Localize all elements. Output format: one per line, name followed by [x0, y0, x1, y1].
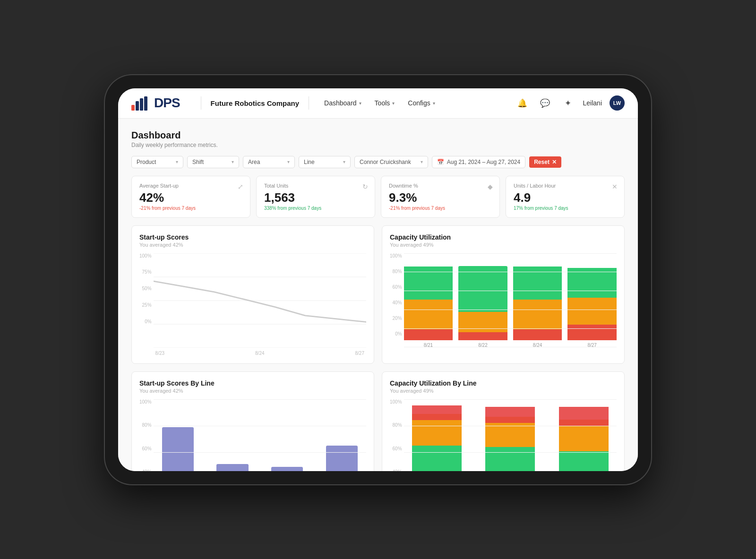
reset-button[interactable]: Reset ✕: [529, 156, 561, 168]
kpi-row: Average Start-up 42% -21% from previous …: [131, 176, 625, 218]
person-filter[interactable]: Connor Cruickshank ▾: [354, 156, 428, 168]
kpi-value: 9.3%: [389, 191, 492, 204]
bar: [271, 467, 303, 471]
bar-group: L1: [404, 401, 470, 471]
product-chevron-icon: ▾: [176, 159, 178, 164]
kpi-label: Total Units: [264, 183, 367, 189]
bar: [326, 446, 358, 471]
page-title: Dashboard: [131, 130, 625, 141]
x-label: 8/27: [355, 351, 364, 356]
bell-icon[interactable]: 🔔: [515, 95, 530, 111]
close-icon: ✕: [612, 183, 618, 190]
y-axis: 100% 80% 60% 40%: [390, 399, 404, 471]
chart-title: Capacity Utilization: [390, 233, 617, 241]
bar-group: L3: [263, 467, 312, 471]
startup-by-line-chart: Start-up Scores By Line You averaged 42%…: [131, 371, 374, 471]
expand-icon: ⤢: [238, 183, 243, 190]
capacity-utilization-chart: Capacity Utilization You averaged 49% 10…: [382, 225, 625, 364]
kpi-units-labor: Units / Labor Hour 4.9 17% from previous…: [506, 176, 625, 218]
calendar-icon: 📅: [437, 159, 444, 165]
bar-group: 8/24: [513, 265, 562, 348]
chat-icon[interactable]: 💬: [538, 95, 553, 111]
close-icon: ✕: [552, 159, 557, 165]
refresh-icon: ↻: [362, 183, 368, 190]
charts-row-1: Start-up Scores You averaged 42% 100% 75…: [131, 225, 625, 364]
date-range-filter[interactable]: 📅 Aug 21, 2024 – Aug 27, 2024: [432, 156, 525, 168]
nav-divider-2: [309, 96, 309, 110]
filters-row: Product ▾ Shift ▾ Area ▾ Line ▾ Connor C…: [131, 156, 625, 168]
navbar: DPS Future Robotics Company Dashboard ▾ …: [118, 88, 638, 119]
bar-group: 8/27: [567, 260, 617, 348]
nav-menu: Dashboard ▾ Tools ▾ Configs ▾: [318, 96, 515, 110]
nav-right: 🔔 💬 ✦ Leilani LW: [515, 95, 625, 111]
svg-rect-3: [144, 96, 147, 111]
shift-chevron-icon: ▾: [232, 159, 234, 164]
chart-subtitle: You averaged 42%: [139, 242, 366, 248]
logo-area: DPS: [131, 95, 180, 111]
kpi-avg-startup: Average Start-up 42% -21% from previous …: [131, 176, 250, 218]
settings-icon[interactable]: ✦: [560, 95, 576, 111]
nav-tools[interactable]: Tools ▾: [369, 96, 401, 110]
chart-subtitle: You averaged 42%: [139, 388, 366, 394]
area-chevron-icon: ▾: [287, 159, 290, 164]
capacity-by-line-chart: Capacity Utilization By Line You average…: [382, 371, 625, 471]
bar-group: 8/22: [458, 266, 507, 348]
page-header: Dashboard Daily weekly performance metri…: [131, 130, 625, 148]
bar: [216, 464, 248, 471]
y-axis: 100% 75% 50% 25% 0%: [139, 253, 154, 324]
kpi-change: 17% from previous 7 days: [514, 206, 617, 211]
avatar[interactable]: LW: [610, 95, 625, 111]
kpi-downtime: Downtime % 9.3% -21% from previous 7 day…: [381, 176, 500, 218]
logo-text: DPS: [154, 95, 180, 111]
product-filter[interactable]: Product ▾: [131, 156, 183, 168]
stacked-bar: [458, 266, 507, 340]
bar: [162, 427, 194, 471]
stacked-bar: [513, 265, 562, 340]
stacked-bar: [404, 261, 453, 340]
bar-label: 8/22: [478, 343, 487, 348]
main-content: Dashboard Daily weekly performance metri…: [118, 119, 638, 471]
chart-area: 100% 80% 60% 40%: [139, 399, 366, 471]
stacked-bar: [485, 401, 535, 471]
area-filter[interactable]: Area ▾: [243, 156, 295, 168]
bar-group: L1: [154, 427, 203, 471]
chart-area: 100% 80% 60% 40%: [390, 399, 617, 471]
chart-area: 100% 80% 60% 40% 20% 0%: [390, 253, 617, 348]
x-label: 8/24: [255, 351, 264, 356]
kpi-value: 1,563: [264, 191, 367, 204]
bar-label: 8/21: [424, 343, 433, 348]
kpi-change: -21% from previous 7 days: [139, 206, 242, 211]
nav-dashboard[interactable]: Dashboard ▾: [318, 96, 367, 110]
svg-rect-2: [140, 98, 143, 111]
x-label: 8/23: [155, 351, 164, 356]
bar-group: 8/21: [404, 261, 453, 348]
bar-group: L2: [477, 401, 543, 471]
charts-row-2: Start-up Scores By Line You averaged 42%…: [131, 371, 625, 471]
y-axis: 100% 80% 60% 40%: [139, 399, 154, 471]
kpi-label: Units / Labor Hour: [514, 183, 617, 189]
bar-group: L3: [551, 401, 617, 471]
svg-rect-0: [131, 105, 135, 111]
tablet-screen: DPS Future Robotics Company Dashboard ▾ …: [118, 88, 638, 471]
bar-label: 8/24: [533, 343, 542, 348]
nav-configs[interactable]: Configs ▾: [402, 96, 440, 110]
bar-group: L4: [317, 446, 366, 471]
svg-rect-1: [136, 101, 139, 111]
shift-filter[interactable]: Shift ▾: [187, 156, 239, 168]
kpi-total-units: Total Units 1,563 338% from previous 7 d…: [256, 176, 375, 218]
logo-icon: [131, 95, 148, 111]
y-axis: 100% 80% 60% 40% 20% 0%: [390, 253, 404, 336]
company-name: Future Robotics Company: [211, 99, 300, 107]
chart-title: Start-up Scores: [139, 233, 366, 241]
nav-divider: [201, 96, 201, 110]
tools-chevron-icon: ▾: [392, 101, 395, 106]
configs-chevron-icon: ▾: [433, 101, 435, 106]
page-subtitle: Daily weekly performance metrics.: [131, 142, 625, 148]
line-filter[interactable]: Line ▾: [299, 156, 351, 168]
kpi-value: 4.9: [514, 191, 617, 204]
chart-title: Capacity Utilization By Line: [390, 379, 617, 387]
bar-group: L2: [208, 464, 257, 471]
tablet-shell: DPS Future Robotics Company Dashboard ▾ …: [104, 74, 652, 485]
kpi-label: Downtime %: [389, 183, 492, 189]
line-chevron-icon: ▾: [343, 159, 345, 164]
